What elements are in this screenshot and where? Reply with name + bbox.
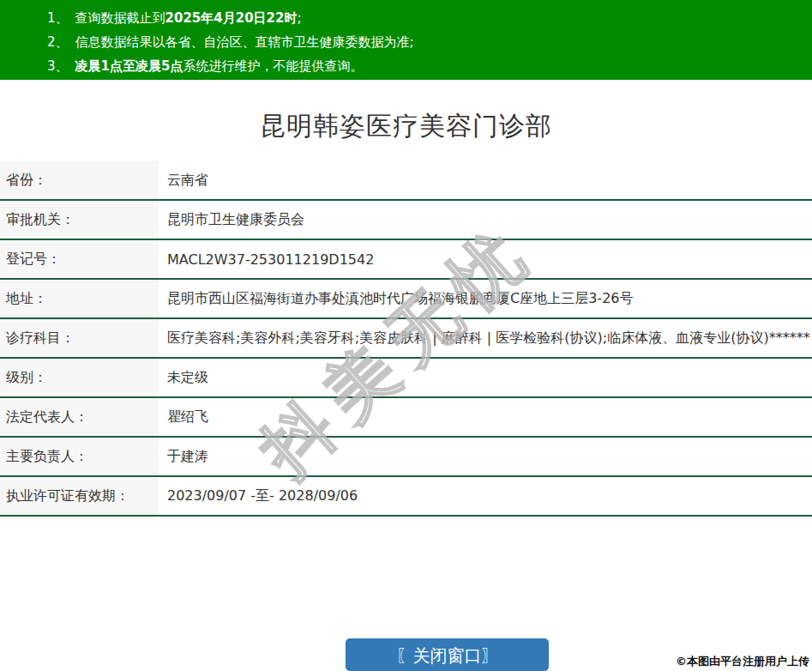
row-value: 医疗美容科;美容外科;美容牙科;美容皮肤科 | 麻醉科 | 医学检验科(协议);… (159, 319, 812, 357)
row-label: 执业许可证有效期： (0, 477, 159, 515)
notice-text-bold: 凌晨1点至凌晨5点 (75, 58, 183, 74)
row-label: 诊疗科目： (0, 319, 159, 357)
info-table: 省份：云南省审批机关：昆明市卫生健康委员会登记号：MACL2W37-253011… (0, 161, 812, 517)
table-row: 登记号：MACL2W37-253011219D1542 (0, 240, 812, 280)
row-value: 未定级 (159, 359, 812, 396)
notice-line-number: 3、 (47, 58, 69, 74)
close-window-button[interactable]: 〖关闭窗口〗 (346, 638, 549, 671)
row-label: 登记号： (0, 240, 159, 278)
notice-line-number: 2、 (47, 34, 69, 50)
row-label: 级别： (0, 359, 159, 396)
notice-line-2: 2、信息数据结果以各省、自治区、直辖市卫生健康委数据为准; (47, 30, 803, 54)
row-value: 2023/09/07 -至- 2028/09/06 (159, 477, 812, 515)
notice-text: 信息数据结果以各省、自治区、直辖市卫生健康委数据为准; (75, 34, 414, 50)
row-value: MACL2W37-253011219D1542 (159, 240, 812, 278)
row-label: 法定代表人： (0, 398, 159, 436)
notice-text: ; (297, 10, 301, 26)
table-row: 执业许可证有效期：2023/09/07 -至- 2028/09/06 (0, 477, 812, 517)
footer-credit: ©本图由平台注册用户上传 (676, 654, 809, 669)
row-label: 审批机关： (0, 201, 159, 239)
page-title: 昆明韩姿医疗美容门诊部 (0, 109, 812, 144)
table-row: 级别：未定级 (0, 359, 812, 398)
row-value: 瞿绍飞 (159, 398, 812, 436)
table-row: 法定代表人：瞿绍飞 (0, 398, 812, 438)
notice-line-3: 3、凌晨1点至凌晨5点系统进行维护，不能提供查询。 (47, 54, 803, 78)
notice-line-1: 1、查询数据截止到2025年4月20日22时; (47, 6, 803, 30)
row-value: 云南省 (159, 161, 812, 199)
row-label: 主要负责人： (0, 438, 159, 475)
notice-text-bold: 2025年4月20日22时 (165, 10, 298, 26)
table-row: 审批机关：昆明市卫生健康委员会 (0, 201, 812, 240)
table-row: 地址：昆明市西山区福海街道办事处滇池时代广场福海银鹏商厦C座地上三层3-26号 (0, 280, 812, 319)
table-row: 诊疗科目：医疗美容科;美容外科;美容牙科;美容皮肤科 | 麻醉科 | 医学检验科… (0, 319, 812, 359)
notice-banner: 1、查询数据截止到2025年4月20日22时; 2、信息数据结果以各省、自治区、… (0, 0, 812, 80)
row-value: 昆明市西山区福海街道办事处滇池时代广场福海银鹏商厦C座地上三层3-26号 (159, 280, 812, 317)
row-value: 于建涛 (159, 438, 812, 475)
notice-line-number: 1、 (47, 10, 69, 26)
row-label: 地址： (0, 280, 159, 317)
row-label: 省份： (0, 161, 159, 199)
notice-text: 系统进行维护，不能提供查询。 (183, 58, 363, 74)
table-row: 主要负责人：于建涛 (0, 438, 812, 477)
table-row: 省份：云南省 (0, 161, 812, 201)
row-value: 昆明市卫生健康委员会 (159, 201, 812, 239)
notice-text: 查询数据截止到 (75, 10, 165, 26)
